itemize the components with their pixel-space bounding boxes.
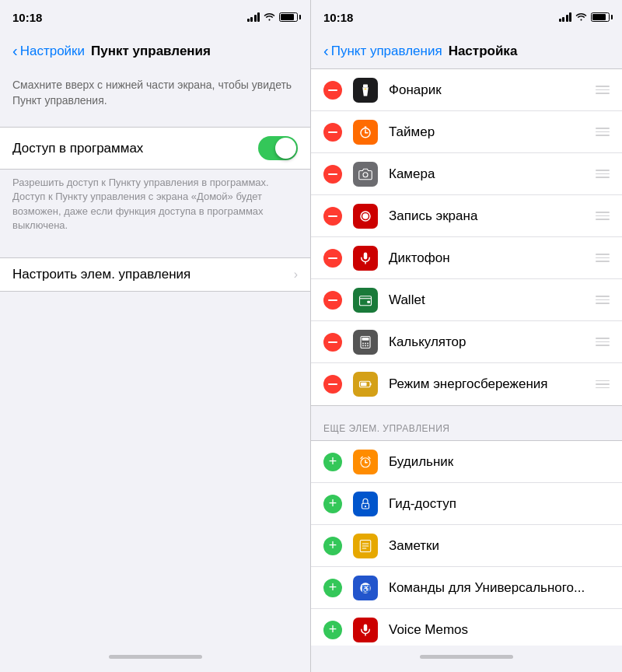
add-voice-memos-add-button[interactable]: [323, 621, 342, 639]
drag-handle-battery-saver[interactable]: [596, 380, 610, 389]
left-back-button[interactable]: ‹ Настройки: [12, 43, 85, 60]
svg-rect-0: [363, 84, 368, 87]
remove-calculator-button[interactable]: [323, 333, 342, 352]
included-item-calculator[interactable]: Калькулятор: [311, 321, 622, 363]
right-status-icons: [559, 12, 610, 23]
included-item-wallet[interactable]: Wallet: [311, 279, 622, 321]
notes-icon: [353, 534, 378, 558]
additional-item-guided-access[interactable]: Гид-доступ: [311, 483, 622, 525]
right-panel: 10:18 ‹ Пункт управления: [311, 0, 622, 672]
svg-text:♿: ♿: [362, 583, 371, 593]
drag-handle-timer[interactable]: [596, 128, 610, 136]
wallet-label: Wallet: [389, 292, 596, 308]
drag-handle-camera[interactable]: [596, 170, 610, 178]
included-items-section: Фонарик Таймер Камера Запись экрана Дикт…: [311, 68, 622, 406]
customize-label: Настроить элем. управления: [12, 267, 294, 282]
voice-memos-add-label: Voice Memos: [389, 622, 610, 638]
remove-voice-memo-button[interactable]: [323, 249, 342, 268]
svg-point-30: [365, 505, 366, 506]
home-bar: [109, 655, 202, 659]
customize-row[interactable]: Настроить элем. управления ›: [0, 258, 310, 291]
included-item-voice-memo[interactable]: Диктофон: [311, 237, 622, 279]
right-home-bar: [420, 655, 513, 659]
voice-memo-label: Диктофон: [389, 250, 596, 266]
voice-memo-icon: [353, 246, 378, 271]
wallet-icon: [353, 288, 378, 313]
guided-access-label: Гид-доступ: [389, 496, 610, 512]
svg-rect-14: [362, 338, 369, 341]
camera-icon: [353, 162, 378, 187]
right-page-title: Настройка: [449, 44, 518, 59]
additional-item-alarm[interactable]: Будильник: [311, 441, 622, 483]
drag-handle-screen-record[interactable]: [596, 212, 610, 220]
remove-flashlight-button[interactable]: [323, 81, 342, 100]
add-guided-access-button[interactable]: [323, 495, 342, 513]
signal-icon: [247, 12, 260, 22]
svg-point-15: [362, 342, 364, 344]
drag-handle-calculator[interactable]: [596, 338, 610, 346]
screen-record-label: Запись экрана: [389, 208, 596, 224]
drag-handle-flashlight[interactable]: [596, 86, 610, 94]
right-signal-icon: [559, 12, 572, 22]
right-back-label: Пункт управления: [331, 44, 442, 59]
right-list-container[interactable]: Фонарик Таймер Камера Запись экрана Дикт…: [311, 68, 622, 646]
remove-wallet-button[interactable]: [323, 291, 342, 310]
svg-point-20: [367, 345, 369, 346]
left-status-icons: [247, 12, 299, 23]
left-home-indicator: [0, 646, 310, 672]
add-notes-button[interactable]: [323, 537, 342, 555]
svg-rect-5: [365, 126, 367, 128]
remove-battery-saver-button[interactable]: [323, 375, 342, 394]
drag-handle-wallet[interactable]: [596, 296, 610, 304]
access-in-apps-toggle[interactable]: [258, 136, 298, 160]
remove-camera-button[interactable]: [323, 165, 342, 184]
included-item-screen-record[interactable]: Запись экрана: [311, 195, 622, 237]
notes-label: Заметки: [389, 538, 610, 554]
left-access-section: Доступ в программах: [0, 127, 310, 170]
timer-icon: [353, 120, 378, 145]
guided-access-icon: [353, 492, 378, 516]
svg-point-19: [365, 345, 366, 346]
remove-timer-button[interactable]: [323, 123, 342, 142]
right-time: 10:18: [323, 11, 353, 24]
included-item-camera[interactable]: Камера: [311, 153, 622, 195]
svg-line-28: [369, 457, 370, 458]
screen-record-icon: [353, 204, 378, 229]
drag-handle-voice-memo[interactable]: [596, 254, 610, 262]
svg-rect-9: [364, 252, 368, 259]
camera-label: Камера: [389, 166, 596, 182]
additional-item-voice-memos-add[interactable]: Voice Memos: [311, 609, 622, 646]
left-chevron-icon: ‹: [12, 42, 18, 60]
right-wifi-icon: [575, 12, 587, 23]
svg-rect-22: [370, 383, 372, 386]
included-item-timer[interactable]: Таймер: [311, 111, 622, 153]
flashlight-icon: [353, 78, 378, 103]
right-back-button[interactable]: ‹ Пункт управления: [323, 43, 442, 60]
add-alarm-button[interactable]: [323, 453, 342, 471]
shortcuts-label: Команды для Универсального...: [389, 580, 610, 596]
left-back-label: Настройки: [20, 44, 85, 59]
add-shortcuts-button[interactable]: [323, 579, 342, 597]
left-description: Смахните вверх с нижней части экрана, чт…: [0, 68, 310, 114]
battery-saver-icon: [353, 372, 378, 397]
left-time: 10:18: [12, 11, 42, 24]
access-description: Разрешить доступ к Пункту управления в п…: [0, 170, 310, 245]
voice-memos-add-icon: [353, 618, 378, 642]
svg-point-8: [362, 213, 369, 219]
right-nav-header: ‹ Пункт управления Настройка: [311, 34, 622, 68]
included-item-battery-saver[interactable]: Режим энергосбережения: [311, 363, 622, 405]
flashlight-label: Фонарик: [389, 82, 596, 98]
included-item-flashlight[interactable]: Фонарик: [311, 69, 622, 111]
additional-item-notes[interactable]: Заметки: [311, 525, 622, 567]
additional-section-header: ЕЩЕ ЭЛЕМ. УПРАВЛЕНИЯ: [311, 406, 622, 440]
remove-screen-record-button[interactable]: [323, 207, 342, 226]
additional-item-shortcuts[interactable]: ♿ Команды для Универсального...: [311, 567, 622, 609]
battery-saver-label: Режим энергосбережения: [389, 376, 596, 392]
svg-rect-37: [364, 624, 368, 631]
svg-rect-23: [361, 383, 367, 387]
svg-point-17: [367, 342, 369, 344]
svg-line-27: [361, 457, 362, 458]
left-page-title: Пункт управления: [91, 44, 211, 59]
shortcuts-icon: ♿: [353, 576, 378, 600]
svg-rect-1: [365, 88, 367, 89]
